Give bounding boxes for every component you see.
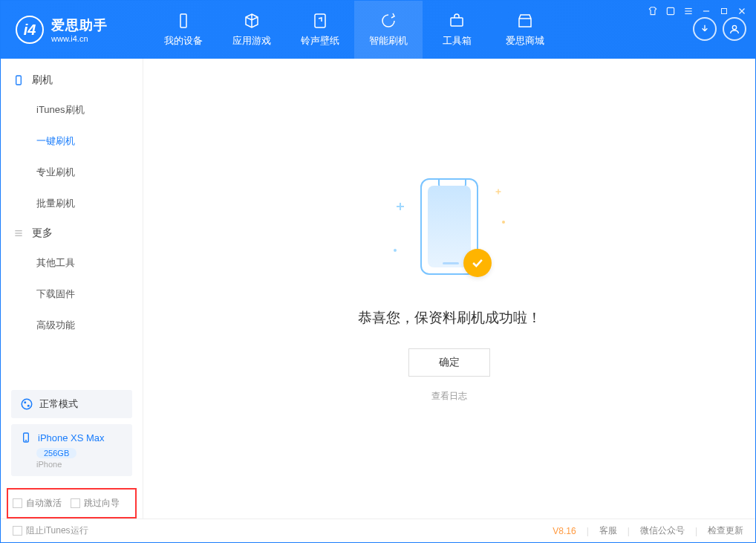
spark-icon [496,189,501,195]
title-bar-buttons [647,5,748,17]
wechat-link[interactable]: 微信公众号 [640,524,685,537]
logo-url: www.i4.cn [51,34,108,43]
nav-refresh[interactable]: 智能刷机 [354,1,423,59]
header-right [693,17,746,41]
section-more: 更多 [1,219,143,247]
sidebar-item[interactable]: iTunes刷机 [1,94,143,126]
close-button[interactable] [736,5,748,17]
sidebar-item[interactable]: 高级功能 [1,310,143,341]
svg-rect-3 [667,7,674,14]
sidebar-item[interactable]: 其他工具 [1,247,143,279]
skip-guide-checkbox[interactable]: 跳过向导 [71,497,120,510]
sidebar: 刷机 iTunes刷机一键刷机专业刷机批量刷机 更多 其他工具下载固件高级功能 … [1,59,143,518]
nav-device[interactable]: 我的设备 [149,1,218,59]
device-name: iPhone XS Max [38,432,105,443]
feedback-icon[interactable] [665,5,677,17]
options-highlight: 自动激活 跳过向导 [7,488,137,518]
svg-rect-12 [16,76,22,85]
svg-point-11 [732,25,736,29]
download-button[interactable] [693,17,717,41]
nav: 我的设备应用游戏铃声壁纸智能刷机工具箱爱思商城 [149,1,559,59]
store-icon [516,12,534,30]
svg-rect-2 [451,18,463,26]
check-badge-icon [463,249,492,277]
ok-button[interactable]: 确定 [408,348,490,377]
svg-point-16 [22,399,32,409]
sidebar-item[interactable]: 批量刷机 [1,188,143,219]
device-type: iPhone [36,460,123,469]
sidebar-item[interactable]: 专业刷机 [1,157,143,188]
success-illustration [394,175,505,286]
menu-icon[interactable] [682,5,694,17]
footer: 阻止iTunes运行 V8.16 | 客服 | 微信公众号 | 检查更新 [1,518,755,542]
sidebar-item[interactable]: 一键刷机 [1,126,143,157]
auto-activate-checkbox[interactable]: 自动激活 [13,497,62,510]
device-icon [175,12,192,30]
svg-point-18 [27,405,30,407]
device-icon [20,432,32,443]
nav-toolbox[interactable]: 工具箱 [423,1,491,59]
check-update-link[interactable]: 检查更新 [708,524,743,537]
shirt-icon[interactable] [647,5,659,17]
support-link[interactable]: 客服 [599,524,617,537]
nav-music[interactable]: 铃声壁纸 [286,1,354,59]
body: 刷机 iTunes刷机一键刷机专业刷机批量刷机 更多 其他工具下载固件高级功能 … [1,59,755,518]
toolbox-icon [448,12,466,30]
device-mode[interactable]: 正常模式 [11,390,132,418]
device-storage: 256GB [36,448,76,458]
user-button[interactable] [723,17,746,41]
minimize-button[interactable] [700,5,712,17]
dot-icon [502,221,505,224]
phone-icon [13,74,25,86]
svg-point-17 [24,401,26,403]
list-icon [13,227,25,239]
view-log-link[interactable]: 查看日志 [431,390,467,403]
dot-icon [394,249,397,252]
nav-cube[interactable]: 应用游戏 [218,1,286,59]
logo-title: 爱思助手 [51,16,108,34]
header: i4 爱思助手 www.i4.cn 我的设备应用游戏铃声壁纸智能刷机工具箱爱思商… [1,1,755,59]
mode-icon [20,397,33,411]
app-window: i4 爱思助手 www.i4.cn 我的设备应用游戏铃声壁纸智能刷机工具箱爱思商… [0,0,756,543]
logo: i4 爱思助手 www.i4.cn [1,16,149,44]
version-label: V8.16 [553,526,576,536]
device-card[interactable]: iPhone XS Max 256GB iPhone [11,424,132,476]
svg-rect-8 [722,9,727,14]
cube-icon [243,12,261,30]
maximize-button[interactable] [718,5,730,17]
spark-icon [397,203,404,210]
main-content: 恭喜您，保资料刷机成功啦！ 确定 查看日志 [143,59,755,518]
music-icon [311,12,329,30]
success-message: 恭喜您，保资料刷机成功啦！ [358,308,541,328]
section-flash: 刷机 [1,66,143,94]
nav-store[interactable]: 爱思商城 [491,1,559,59]
logo-icon: i4 [16,16,44,44]
refresh-icon [379,12,397,30]
svg-rect-1 [315,14,325,27]
sidebar-item[interactable]: 下载固件 [1,279,143,310]
svg-rect-0 [180,14,186,27]
block-itunes-checkbox[interactable]: 阻止iTunes运行 [13,524,88,537]
